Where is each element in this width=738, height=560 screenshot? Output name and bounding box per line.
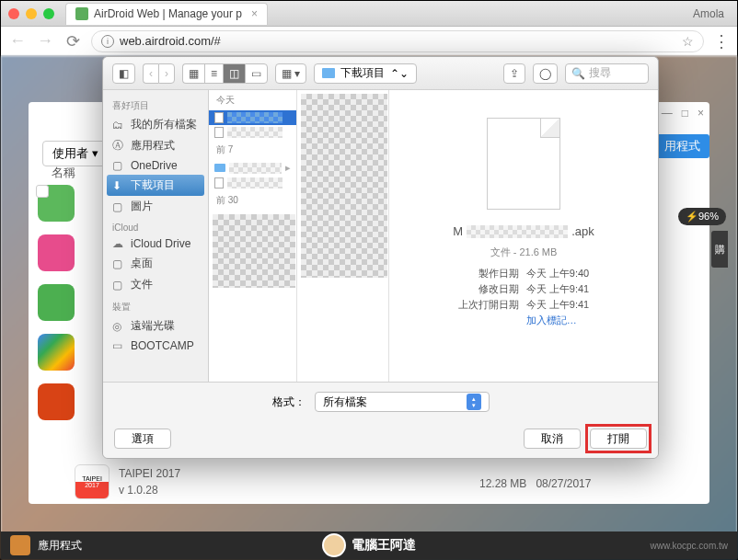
app-icon[interactable]: [38, 284, 75, 321]
sidebar-item-applications[interactable]: Ⓐ應用程式: [103, 135, 208, 156]
opened-value: 今天 上午9:41: [526, 298, 589, 312]
file-open-dialog: ◧ ‹ › ▦ ≡ ◫ ▭ ▦ ▾ 下載項目 ⌃⌄ ⇪ ◯ 🔍 搜尋: [102, 56, 659, 459]
browser-menu-button[interactable]: ⋮: [713, 31, 730, 51]
browser-tab[interactable]: AirDroid Web | Manage your p ×: [65, 3, 268, 25]
install-app-button[interactable]: 用程式: [655, 134, 709, 158]
tags-button[interactable]: ◯: [533, 63, 558, 84]
app-icon[interactable]: [38, 383, 75, 420]
close-window-button[interactable]: [8, 8, 19, 19]
maximize-icon[interactable]: □: [682, 107, 688, 120]
sidebar-item-all-files[interactable]: 🗂我的所有檔案: [103, 114, 208, 135]
buy-button[interactable]: 購: [711, 231, 728, 268]
sidebar-item-icloud-drive[interactable]: ☁iCloud Drive: [103, 234, 208, 253]
view-icon-button[interactable]: ▦: [182, 63, 204, 84]
tab-title: AirDroid Web | Manage your p: [94, 7, 242, 20]
address-bar: ← → ⟳ i web.airdroid.com/# ☆ ⋮: [1, 27, 737, 56]
cloud-icon: ☁: [112, 237, 125, 250]
pictures-icon: ▢: [112, 200, 125, 213]
brand-avatar: [322, 533, 346, 557]
file-column-1: 今天 前 7 ▸ 前 30: [209, 90, 297, 382]
sidebar-section-icloud: iCloud: [103, 217, 208, 234]
format-row: 格式： 所有檔案 ▴▾: [103, 382, 658, 421]
dropdown-arrows-icon: ▴▾: [467, 394, 481, 410]
created-value: 今天 上午9:40: [526, 267, 589, 280]
file-list-blurred: [301, 94, 387, 278]
sidebar-item-remote-disc[interactable]: ◎遠端光碟: [103, 315, 208, 337]
forward-button[interactable]: ›: [158, 63, 175, 84]
sidebar-toggle-button[interactable]: ◧: [112, 63, 135, 84]
sidebar-item-bootcamp[interactable]: ▭BOOTCAMP: [103, 337, 208, 355]
app-name: TAIPEI 2017: [119, 465, 180, 482]
file-item-selected[interactable]: [209, 110, 296, 125]
watermark-brand: 電腦王阿達: [322, 533, 416, 557]
dialog-toolbar: ◧ ‹ › ▦ ≡ ◫ ▭ ▦ ▾ 下載項目 ⌃⌄ ⇪ ◯ 🔍 搜尋: [103, 57, 658, 90]
app-size-date: 12.28 MB 08/27/2017: [479, 477, 591, 490]
search-input[interactable]: 🔍 搜尋: [565, 63, 649, 84]
forward-button[interactable]: →: [36, 32, 54, 51]
sidebar-section-devices: 裝置: [103, 295, 208, 315]
sidebar-item-documents[interactable]: ▢文件: [103, 274, 208, 295]
dock-app-icon[interactable]: [10, 535, 30, 555]
folder-icon: [214, 164, 225, 172]
watermark-url: www.kocpc.com.tw: [651, 541, 728, 551]
file-item[interactable]: [209, 176, 296, 190]
file-item[interactable]: ▸: [209, 160, 296, 176]
options-button[interactable]: 選項: [114, 429, 171, 449]
app-icon-taipei: TAIPEI2017: [75, 464, 110, 499]
sidebar-section-favorites: 喜好項目: [103, 94, 208, 114]
modified-value: 今天 上午9:41: [526, 282, 589, 296]
open-button[interactable]: 打開: [590, 429, 647, 449]
file-icon: [214, 127, 224, 138]
minimize-icon[interactable]: —: [662, 107, 673, 120]
app-checkbox[interactable]: [36, 185, 49, 198]
favicon: [75, 7, 88, 20]
created-label: 製作日期: [458, 267, 519, 280]
sidebar-item-downloads[interactable]: ⬇下載項目: [107, 175, 204, 196]
file-item[interactable]: [209, 125, 296, 140]
view-gallery-button[interactable]: ▭: [245, 63, 268, 84]
user-dropdown[interactable]: 使用者 ▾: [42, 141, 109, 166]
view-list-button[interactable]: ≡: [204, 63, 223, 84]
add-tag-link[interactable]: 加入標記…: [526, 314, 589, 327]
window-controls: [8, 8, 54, 19]
search-icon: 🔍: [571, 67, 585, 80]
profile-name[interactable]: Amola: [693, 7, 730, 20]
sidebar-item-pictures[interactable]: ▢圖片: [103, 196, 208, 217]
dock-label: 應用程式: [38, 538, 82, 554]
sidebar-item-desktop[interactable]: ▢桌面: [103, 253, 208, 274]
maximize-window-button[interactable]: [43, 8, 54, 19]
app-list: [38, 185, 79, 433]
download-icon: ⬇: [112, 179, 125, 192]
folder-icon: ▢: [112, 159, 125, 172]
format-label: 格式：: [272, 394, 306, 410]
browser-tab-bar: AirDroid Web | Manage your p × Amola: [1, 1, 737, 27]
site-info-icon[interactable]: i: [101, 35, 114, 48]
back-button[interactable]: ‹: [143, 63, 158, 84]
location-dropdown[interactable]: 下載項目 ⌃⌄: [314, 63, 417, 84]
group-dropdown[interactable]: ▦ ▾: [275, 63, 306, 84]
file-icon: [214, 177, 224, 189]
app-icon[interactable]: [38, 234, 75, 271]
date-group-30days: 前 30: [209, 190, 296, 211]
format-dropdown[interactable]: 所有檔案 ▴▾: [315, 392, 490, 412]
file-preview-pane: M.apk 文件 - 21.6 MB 製作日期今天 上午9:40 修改日期今天 …: [389, 90, 658, 382]
desktop-icon: ▢: [112, 257, 125, 270]
dialog-button-row: 選項 取消 打開: [103, 421, 658, 458]
view-column-button[interactable]: ◫: [223, 63, 245, 84]
bookmark-star-icon[interactable]: ☆: [682, 34, 694, 49]
minimize-window-button[interactable]: [26, 8, 37, 19]
sidebar-item-onedrive[interactable]: ▢OneDrive: [103, 156, 208, 175]
cancel-button[interactable]: 取消: [524, 429, 581, 449]
app-icon[interactable]: [38, 334, 75, 371]
share-button[interactable]: ⇪: [503, 63, 525, 84]
close-icon[interactable]: ×: [698, 107, 704, 120]
close-tab-icon[interactable]: ×: [251, 7, 258, 20]
url-input[interactable]: i web.airdroid.com/# ☆: [91, 30, 704, 52]
reload-button[interactable]: ⟳: [63, 32, 82, 51]
preview-kind: 文件 - 21.6 MB: [408, 246, 640, 259]
bottom-dock: 應用程式 電腦王阿達 www.kocpc.com.tw: [1, 531, 737, 559]
app-row-taipei[interactable]: TAIPEI2017 TAIPEI 2017 v 1.0.28: [75, 464, 180, 499]
back-button[interactable]: ←: [8, 32, 27, 51]
url-text: web.airdroid.com/#: [120, 34, 221, 48]
file-column-2: [297, 90, 389, 382]
